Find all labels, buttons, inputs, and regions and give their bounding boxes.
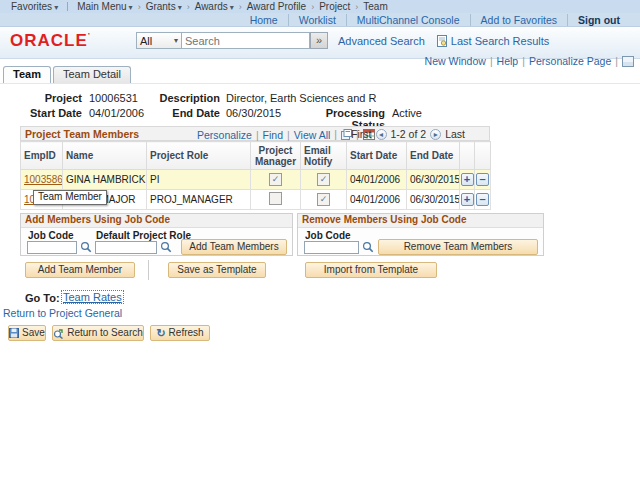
search-go-button[interactable]: » [310, 32, 328, 49]
chevron-down-icon: ▾ [230, 3, 234, 12]
project-manager-checkbox[interactable] [269, 192, 282, 205]
empid-link[interactable]: 1003586 [24, 174, 63, 185]
breadcrumb-separator-icon: › [138, 2, 141, 12]
pager-next-icon[interactable]: ▸ [430, 129, 441, 140]
member-role: PI [147, 170, 251, 190]
add-team-members-button[interactable]: Add Team Members [181, 239, 287, 255]
pager-first[interactable]: First [351, 128, 371, 140]
lookup-icon[interactable] [362, 241, 374, 253]
col-empid: EmpID [21, 142, 63, 170]
col-start-date: Start Date [347, 142, 407, 170]
add-team-member-button[interactable]: Add Team Member [25, 262, 135, 278]
member-start-date: 04/01/2006 [347, 190, 407, 210]
grid-titlebar: Project Team Members Personalize Find Vi… [20, 126, 490, 141]
table-header-row: EmpID Name Project Role Project Manager … [21, 142, 491, 170]
breadcrumb-main-menu[interactable]: Main Menu▾ [77, 1, 132, 12]
tab-bar: Team Team Detail [3, 66, 133, 83]
last-search-results-link[interactable]: Last Search Results [437, 35, 549, 47]
start-date-label: Start Date [20, 107, 82, 119]
pager-prev-icon[interactable]: ◂ [376, 129, 387, 140]
last-search-results-icon [437, 35, 448, 47]
team-member-tooltip: Team Member [33, 190, 107, 205]
worklist-link[interactable]: Worklist [288, 14, 346, 26]
col-remove [475, 142, 491, 170]
default-project-role-input[interactable] [95, 241, 157, 254]
grid-pager: First ◂ 1-2 of 2 ▸ Last [351, 128, 465, 140]
breadcrumb-separator-icon: › [311, 2, 314, 12]
tab-rule [0, 83, 640, 84]
job-code-input[interactable] [27, 241, 77, 254]
grid-title: Project Team Members [25, 128, 139, 140]
email-notify-checkbox[interactable] [317, 193, 330, 206]
search-cluster: All▾ » Advanced Search Last Search Resul… [136, 32, 549, 49]
lookup-icon[interactable] [160, 241, 172, 253]
add-row-button[interactable]: + [461, 173, 474, 186]
member-role: PROJ_MANAGER [147, 190, 251, 210]
personalize-link[interactable]: Personalize [197, 129, 252, 141]
breadcrumb-team[interactable]: Team [363, 1, 387, 12]
breadcrumb-divider [67, 2, 68, 11]
chevron-down-icon: ▾ [174, 36, 178, 45]
tab-team[interactable]: Team [3, 66, 51, 83]
return-to-search-icon [53, 328, 64, 339]
chevron-down-icon: ▾ [178, 3, 182, 12]
delete-row-button[interactable]: – [476, 193, 489, 206]
email-notify-checkbox[interactable] [317, 173, 330, 186]
add-to-favorites-link[interactable]: Add to Favorites [470, 14, 567, 26]
multichannel-console-link[interactable]: MultiChannel Console [346, 14, 470, 26]
end-date-value: 06/30/2015 [226, 107, 281, 119]
add-members-title: Add Members Using Job Code [21, 214, 292, 228]
remove-members-title: Remove Members Using Job Code [298, 214, 543, 228]
job-code-label: Job Code [305, 230, 351, 241]
breadcrumb-project[interactable]: Project [319, 1, 350, 12]
col-email-notify: Email Notify [301, 142, 347, 170]
team-rates-link[interactable]: Team Rates [62, 291, 123, 303]
return-to-search-button[interactable]: Return to Search [52, 325, 144, 341]
tab-team-detail[interactable]: Team Detail [53, 66, 131, 83]
sign-out-link[interactable]: Sign out [567, 14, 630, 26]
go-to-label: Go To: [25, 292, 60, 304]
chevron-down-icon: ▾ [129, 3, 133, 12]
description-value: Director, Earth Sciences and R [226, 92, 376, 104]
refresh-icon: ↻ [156, 328, 165, 338]
help-link[interactable]: Help [497, 55, 519, 67]
project-manager-checkbox[interactable] [269, 173, 282, 186]
lookup-icon[interactable] [80, 241, 92, 253]
import-from-template-button[interactable]: Import from Template [305, 262, 437, 278]
member-name: GINA HAMBRICK [63, 170, 147, 190]
project-label: Project [20, 92, 82, 104]
save-as-template-button[interactable]: Save as Template [168, 262, 266, 278]
page-links: New Window | Help | Personalize Page | [425, 55, 634, 67]
advanced-search-link[interactable]: Advanced Search [338, 35, 425, 47]
breadcrumb-favorites[interactable]: Favorites▾ [11, 1, 58, 12]
search-scope-select[interactable]: All▾ [136, 32, 182, 49]
save-button[interactable]: Save [8, 325, 46, 341]
return-to-project-general-link[interactable]: Return to Project General [3, 307, 122, 319]
search-input[interactable] [182, 32, 310, 49]
delete-row-button[interactable]: – [476, 173, 489, 186]
member-end-date: 06/30/2015 [407, 170, 460, 190]
col-add [460, 142, 475, 170]
personalize-page-link[interactable]: Personalize Page [529, 55, 611, 67]
remove-team-members-button[interactable]: Remove Team Members [378, 239, 538, 255]
add-members-section: Add Members Using Job Code Job Code Defa… [20, 213, 293, 256]
refresh-button[interactable]: ↻ Refresh [150, 325, 210, 341]
find-link[interactable]: Find [252, 129, 283, 141]
breadcrumb-separator-icon: › [239, 2, 242, 12]
home-link[interactable]: Home [240, 14, 288, 26]
new-window-link[interactable]: New Window [425, 55, 486, 67]
breadcrumb: Favorites▾ Main Menu▾ › Grants▾ › Awards… [0, 0, 640, 13]
personalize-layout-icon[interactable] [622, 56, 634, 67]
pager-last[interactable]: Last [445, 128, 465, 140]
col-name: Name [63, 142, 147, 170]
breadcrumb-awards[interactable]: Awards▾ [195, 1, 234, 12]
col-end-date: End Date [407, 142, 460, 170]
remove-members-section: Remove Members Using Job Code Job Code R… [297, 213, 544, 256]
breadcrumb-grants[interactable]: Grants▾ [146, 1, 182, 12]
button-divider [148, 260, 149, 280]
view-all-link[interactable]: View All [283, 129, 330, 141]
job-code-label: Job Code [28, 230, 74, 241]
add-row-button[interactable]: + [461, 193, 474, 206]
breadcrumb-award-profile[interactable]: Award Profile [247, 1, 306, 12]
job-code-input[interactable] [304, 241, 359, 254]
